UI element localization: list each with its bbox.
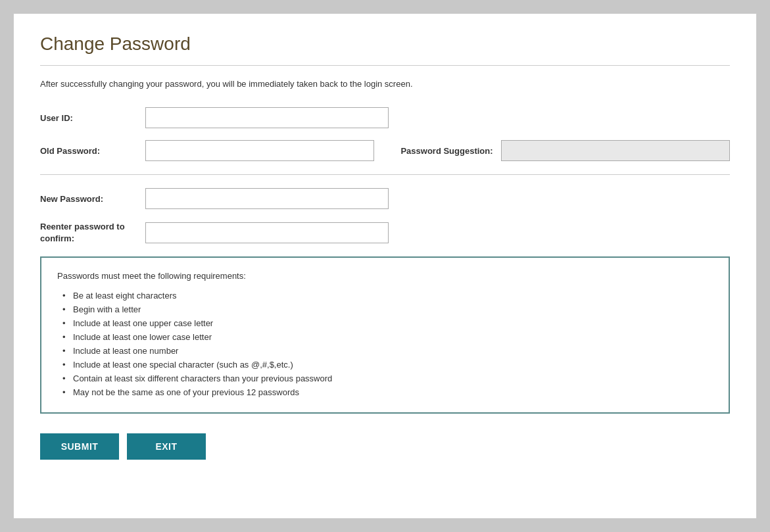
list-item: May not be the same as one of your previ… bbox=[57, 385, 713, 399]
requirements-box: Passwords must meet the following requir… bbox=[40, 256, 730, 414]
exit-button[interactable]: EXIT bbox=[127, 433, 206, 460]
new-password-input[interactable] bbox=[145, 188, 389, 209]
reenter-password-label: Reenter password to confirm: bbox=[40, 221, 145, 245]
new-password-label: New Password: bbox=[40, 194, 145, 204]
list-item: Include at least one number bbox=[57, 344, 713, 358]
section-divider bbox=[40, 174, 730, 175]
user-id-input[interactable] bbox=[145, 107, 389, 128]
user-id-label: User ID: bbox=[40, 113, 145, 123]
reenter-password-row: Reenter password to confirm: bbox=[40, 221, 730, 245]
page-title: Change Password bbox=[40, 34, 730, 55]
old-password-label: Old Password: bbox=[40, 146, 145, 156]
requirements-title: Passwords must meet the following requir… bbox=[57, 271, 713, 281]
password-suggestion-input[interactable] bbox=[501, 140, 730, 161]
info-text: After successfully changing your passwor… bbox=[40, 79, 730, 89]
reenter-password-input[interactable] bbox=[145, 222, 389, 243]
page-container: Change Password After successfully chang… bbox=[13, 13, 757, 519]
form-section: User ID: Old Password: Password Suggesti… bbox=[40, 107, 730, 161]
new-password-row: New Password: bbox=[40, 188, 730, 209]
list-item: Be at least eight characters bbox=[57, 289, 713, 302]
old-password-input[interactable] bbox=[145, 140, 374, 161]
list-item: Include at least one lower case letter bbox=[57, 330, 713, 344]
password-suggestion-label: Password Suggestion: bbox=[400, 146, 493, 156]
user-id-row: User ID: bbox=[40, 107, 730, 128]
title-divider bbox=[40, 65, 730, 66]
list-item: Include at least one special character (… bbox=[57, 358, 713, 372]
list-item: Include at least one upper case letter bbox=[57, 316, 713, 330]
list-item: Contain at least six different character… bbox=[57, 372, 713, 385]
submit-button[interactable]: SUBMIT bbox=[40, 433, 119, 460]
old-password-row: Old Password: Password Suggestion: bbox=[40, 140, 730, 161]
button-row: SUBMIT EXIT bbox=[40, 433, 730, 460]
list-item: Begin with a letter bbox=[57, 302, 713, 316]
requirements-list: Be at least eight charactersBegin with a… bbox=[57, 289, 713, 399]
